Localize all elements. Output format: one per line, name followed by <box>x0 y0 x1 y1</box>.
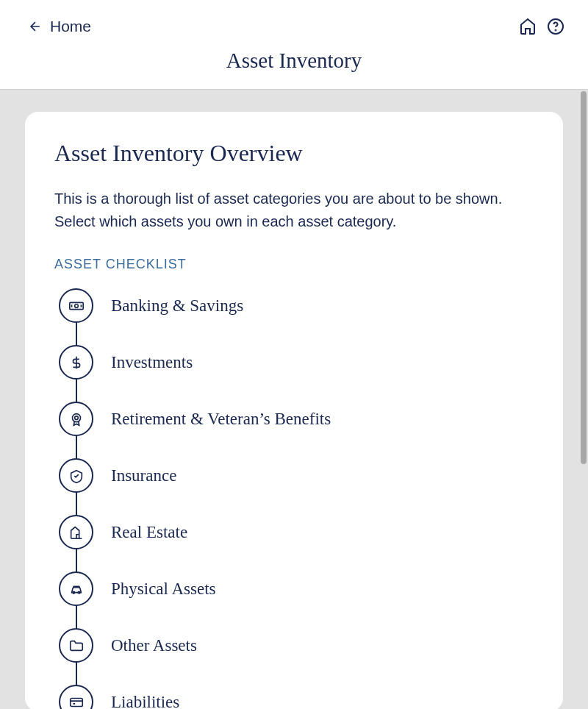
back-label: Home <box>50 18 91 35</box>
svg-point-1 <box>556 30 556 31</box>
badge-icon <box>59 402 93 436</box>
checklist-item-investments[interactable]: Investments <box>59 345 534 380</box>
building-icon <box>59 515 93 549</box>
checklist-item-insurance[interactable]: Insurance <box>59 458 534 493</box>
home-icon[interactable] <box>519 18 537 35</box>
checklist-item-label: Real Estate <box>111 523 187 542</box>
car-icon <box>59 571 93 606</box>
card-description: This is a thorough list of asset categor… <box>54 188 534 233</box>
folder-icon <box>59 628 93 663</box>
overview-card: Asset Inventory Overview This is a thoro… <box>25 112 563 709</box>
header: Home <box>0 0 588 44</box>
checklist-item-label: Banking & Savings <box>111 296 243 316</box>
scrollbar[interactable] <box>579 90 588 709</box>
back-button[interactable]: Home <box>28 18 91 35</box>
checklist-item-label: Investments <box>111 353 193 372</box>
help-icon[interactable] <box>547 18 564 35</box>
checklist-item-liabilities[interactable]: Liabilities <box>59 685 534 709</box>
checklist-item-label: Other Assets <box>111 636 197 655</box>
svg-point-5 <box>74 416 78 419</box>
scrollbar-thumb[interactable] <box>581 91 587 464</box>
card-icon <box>59 685 93 709</box>
checklist-item-retirement[interactable]: Retirement & Veteran’s Benefits <box>59 402 534 436</box>
arrow-left-icon <box>28 19 43 34</box>
checklist-item-label: Physical Assets <box>111 580 215 599</box>
svg-point-3 <box>74 304 78 307</box>
checklist-item-label: Insurance <box>111 466 176 485</box>
content-area: Asset Inventory Overview This is a thoro… <box>0 89 588 709</box>
section-label: ASSET CHECKLIST <box>54 257 534 272</box>
svg-rect-8 <box>70 698 82 706</box>
checklist-item-physical[interactable]: Physical Assets <box>59 571 534 606</box>
checklist-item-label: Liabilities <box>111 693 179 710</box>
banknote-icon <box>59 288 93 323</box>
header-icons <box>519 18 564 35</box>
checklist-item-label: Retirement & Veteran’s Benefits <box>111 410 331 429</box>
dollar-icon <box>59 345 93 380</box>
checklist-item-banking[interactable]: Banking & Savings <box>59 288 534 323</box>
svg-point-4 <box>72 413 80 421</box>
page-title: Asset Inventory <box>0 44 588 89</box>
asset-checklist: Banking & Savings Investments Retirement… <box>54 288 534 709</box>
checklist-item-other[interactable]: Other Assets <box>59 628 534 663</box>
handshake-icon <box>59 458 93 493</box>
card-title: Asset Inventory Overview <box>54 140 534 167</box>
checklist-item-realestate[interactable]: Real Estate <box>59 515 534 549</box>
